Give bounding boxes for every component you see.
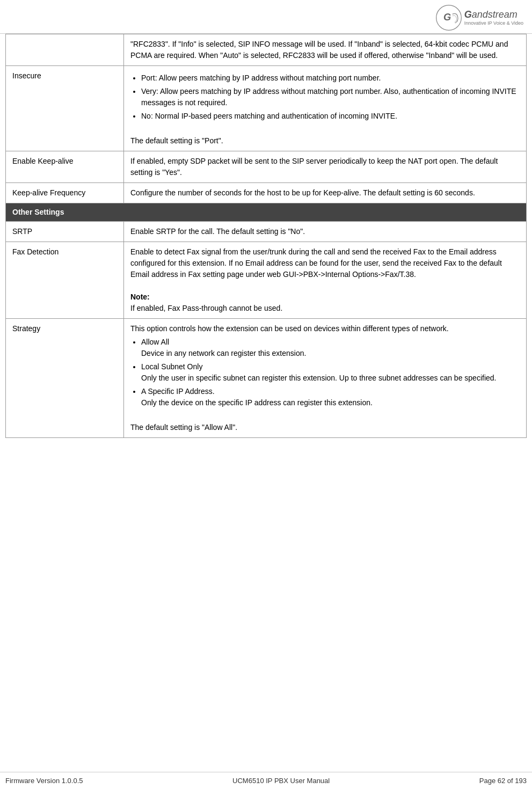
table-row: Enable Keep-alive If enabled, empty SDP …	[6, 151, 527, 183]
page-wrapper: G Gandstream Innovative IP Voice & Video…	[0, 0, 532, 789]
cell-right-srtp: Enable SRTP for the call. The default se…	[124, 222, 527, 242]
table-row: SRTP Enable SRTP for the call. The defau…	[6, 222, 527, 242]
strategy-default: The default setting is "Allow All".	[130, 423, 237, 432]
fax-note-text: If enabled, Fax Pass-through cannot be u…	[130, 304, 282, 312]
logo-tagline: Innovative IP Voice & Video	[464, 20, 523, 27]
fax-note-label: Note:	[130, 293, 150, 301]
list-item: Port: Allow peers matching by IP address…	[141, 72, 520, 84]
grandstream-logo-icon: G	[435, 4, 462, 31]
page-footer: Firmware Version 1.0.0.5 UCM6510 IP PBX …	[0, 772, 532, 789]
logo-g: G	[464, 9, 472, 20]
keepalive-text: If enabled, empty SDP packet will be sen…	[130, 157, 498, 177]
insecure-label: Insecure	[12, 71, 41, 80]
cell-right-keepalive: If enabled, empty SDP packet will be sen…	[124, 151, 527, 183]
logo-brand: Gandstream	[464, 9, 523, 20]
insecure-bullet-2: Very: Allow peers matching by IP address…	[141, 87, 516, 107]
strategy-bullet-2-detail: Only the user in specific subnet can reg…	[141, 374, 496, 382]
cell-left-rfc2833	[6, 34, 124, 66]
table-row: "RFC2833". If "Info" is selected, SIP IN…	[6, 34, 527, 66]
list-item: Very: Allow peers matching by IP address…	[141, 86, 520, 108]
cell-right-fax-detection: Enable to detect Fax signal from the use…	[124, 242, 527, 319]
cell-right-keepalive-freq: Configure the number of seconds for the …	[124, 183, 527, 203]
strategy-intro: This option controls how the extension c…	[130, 324, 449, 333]
cell-left-fax-detection: Fax Detection	[6, 242, 124, 319]
footer-center: UCM6510 IP PBX User Manual	[232, 777, 330, 785]
cell-right-strategy: This option controls how the extension c…	[124, 319, 527, 438]
strategy-bullet-1-detail: Device in any network can register this …	[141, 349, 306, 357]
cell-left-srtp: SRTP	[6, 222, 124, 242]
fax-detection-text: Enable to detect Fax signal from the use…	[130, 247, 502, 279]
logo-area: G Gandstream Innovative IP Voice & Video	[435, 4, 523, 31]
srtp-label: SRTP	[12, 227, 32, 236]
cell-left-keepalive: Enable Keep-alive	[6, 151, 124, 183]
list-item: Allow All Device in any network can regi…	[141, 337, 520, 359]
svg-text:G: G	[443, 11, 451, 23]
list-item: No: Normal IP-based peers matching and a…	[141, 111, 520, 122]
table-row: Strategy This option controls how the ex…	[6, 319, 527, 438]
insecure-bullet-3: No: Normal IP-based peers matching and a…	[141, 112, 397, 120]
keepalive-freq-text: Configure the number of seconds for the …	[130, 188, 475, 197]
cell-left-insecure: Insecure	[6, 66, 124, 151]
strategy-bullet-1-title: Allow All	[141, 338, 169, 346]
strategy-list: Allow All Device in any network can regi…	[141, 337, 520, 408]
strategy-label: Strategy	[12, 324, 40, 333]
rfc2833-text: "RFC2833". If "Info" is selected, SIP IN…	[130, 40, 508, 60]
main-content: "RFC2833". If "Info" is selected, SIP IN…	[0, 34, 532, 772]
insecure-default: The default setting is "Port".	[130, 136, 223, 145]
strategy-bullet-2-title: Local Subnet Only	[141, 362, 202, 371]
footer-right: Page 62 of 193	[479, 777, 527, 785]
page-header: G Gandstream Innovative IP Voice & Video	[0, 0, 532, 34]
section-header-cell: Other Settings	[6, 203, 527, 222]
logo-text-area: Gandstream Innovative IP Voice & Video	[464, 9, 523, 27]
cell-left-keepalive-freq: Keep-alive Frequency	[6, 183, 124, 203]
section-header-label: Other Settings	[12, 208, 64, 216]
cell-left-strategy: Strategy	[6, 319, 124, 438]
fax-detection-label: Fax Detection	[12, 247, 59, 256]
cell-right-rfc2833: "RFC2833". If "Info" is selected, SIP IN…	[124, 34, 527, 66]
keepalive-label: Enable Keep-alive	[12, 157, 74, 165]
cell-right-insecure: Port: Allow peers matching by IP address…	[124, 66, 527, 151]
table-row: Insecure Port: Allow peers matching by I…	[6, 66, 527, 151]
list-item: Local Subnet Only Only the user in speci…	[141, 361, 520, 384]
footer-left: Firmware Version 1.0.0.5	[5, 777, 83, 785]
table-row: Fax Detection Enable to detect Fax signa…	[6, 242, 527, 319]
srtp-text: Enable SRTP for the call. The default se…	[130, 227, 305, 236]
settings-table: "RFC2833". If "Info" is selected, SIP IN…	[5, 34, 527, 438]
strategy-bullet-3-detail: Only the device on the specific IP addre…	[141, 398, 373, 407]
list-item: A Specific IP Address. Only the device o…	[141, 386, 520, 408]
section-header-row: Other Settings	[6, 203, 527, 222]
strategy-bullet-3-title: A Specific IP Address.	[141, 387, 215, 396]
keepalive-freq-label: Keep-alive Frequency	[12, 188, 85, 197]
insecure-bullet-1: Port: Allow peers matching by IP address…	[141, 74, 381, 82]
table-row: Keep-alive Frequency Configure the numbe…	[6, 183, 527, 203]
logo-rest: andstream	[472, 9, 518, 20]
insecure-list: Port: Allow peers matching by IP address…	[141, 72, 520, 122]
